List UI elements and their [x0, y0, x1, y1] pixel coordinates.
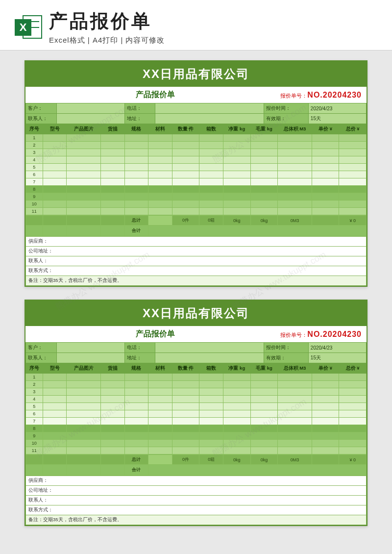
cell: [199, 201, 223, 208]
cell: [172, 149, 199, 156]
cell: [67, 410, 101, 418]
cell: [339, 208, 367, 215]
cell: [250, 164, 278, 171]
value-contact: [56, 114, 124, 124]
row-index: 10: [26, 440, 43, 447]
cell: [172, 388, 199, 396]
cell: [312, 425, 339, 432]
cell: [250, 418, 278, 425]
cell: [67, 193, 101, 201]
cell: [124, 193, 148, 201]
cell: [339, 418, 367, 425]
cell: [124, 440, 148, 447]
cell: [148, 134, 172, 142]
row-index: 6: [26, 171, 43, 178]
cell: [100, 134, 124, 142]
cell: [199, 193, 223, 201]
cell: [223, 440, 251, 447]
row-index: 9: [26, 432, 43, 440]
value-valid: 15天: [308, 114, 366, 124]
product-table: 序号 型号 产品图片 货描 规格 材料 数量 件 箱数 净重 kg 毛重 kg …: [25, 124, 367, 215]
row-index: 1: [26, 374, 43, 381]
cell: [124, 201, 148, 208]
cell: [148, 381, 172, 388]
cell: [67, 134, 101, 142]
cell: [124, 178, 148, 186]
cell: [223, 156, 251, 164]
cell: [250, 178, 278, 186]
table-row: 4: [26, 396, 367, 403]
cell: [148, 440, 172, 447]
cell: [339, 425, 367, 432]
cell: [339, 171, 367, 178]
cell: [223, 381, 251, 388]
cell: [100, 142, 124, 149]
cell: [172, 178, 199, 186]
totals-label: 总计: [124, 216, 148, 226]
table-row: 10: [26, 201, 367, 208]
cell: [223, 201, 251, 208]
page-subtitle: Excel格式 | A4打印 | 内容可修改: [49, 36, 377, 45]
cell: [223, 410, 251, 418]
cell: [312, 156, 339, 164]
cell: [148, 447, 172, 454]
cell: [223, 396, 251, 403]
cell: [172, 425, 199, 432]
cell: [223, 171, 251, 178]
cell: [312, 171, 339, 178]
cell: [199, 186, 223, 193]
cell: [148, 171, 172, 178]
cell: [172, 164, 199, 171]
label-customer: 客户：: [26, 103, 57, 114]
cell: [100, 432, 124, 440]
cell: [278, 208, 312, 215]
table-row: 11: [26, 208, 367, 215]
cell: [250, 440, 278, 447]
cell: [250, 396, 278, 403]
cell: [67, 388, 101, 396]
cell: [250, 142, 278, 149]
cell: [278, 142, 312, 149]
cell: [100, 410, 124, 418]
cell: [199, 142, 223, 149]
cell: [278, 156, 312, 164]
label-address: 地址：: [124, 114, 155, 124]
table-row: 9: [26, 432, 367, 440]
cell: [67, 201, 101, 208]
cell: [250, 425, 278, 432]
cell: [148, 418, 172, 425]
cell: [223, 208, 251, 215]
cell: [43, 171, 67, 178]
cell: [312, 447, 339, 454]
cell: [148, 425, 172, 432]
cell: [100, 403, 124, 410]
cell: [148, 208, 172, 215]
cell: [43, 418, 67, 425]
cell: [250, 388, 278, 396]
cell: [43, 425, 67, 432]
cell: [124, 388, 148, 396]
label-phone: 电话：: [124, 103, 155, 114]
cell: [43, 388, 67, 396]
cell: [67, 156, 101, 164]
cell: [339, 410, 367, 418]
cell: [223, 374, 251, 381]
cell: [100, 418, 124, 425]
cell: [339, 149, 367, 156]
cell: [43, 396, 67, 403]
table-row: 8: [26, 186, 367, 193]
cell: [339, 403, 367, 410]
cell: [199, 381, 223, 388]
row-index: 11: [26, 208, 43, 215]
cell: [278, 447, 312, 454]
row-index: 2: [26, 142, 43, 149]
cell: [124, 374, 148, 381]
cell: [339, 156, 367, 164]
cell: [100, 208, 124, 215]
row-index: 9: [26, 193, 43, 201]
cell: [199, 418, 223, 425]
cell: [43, 447, 67, 454]
cell: [339, 164, 367, 171]
totals-sum: ¥ 0: [339, 216, 367, 226]
cell: [199, 440, 223, 447]
